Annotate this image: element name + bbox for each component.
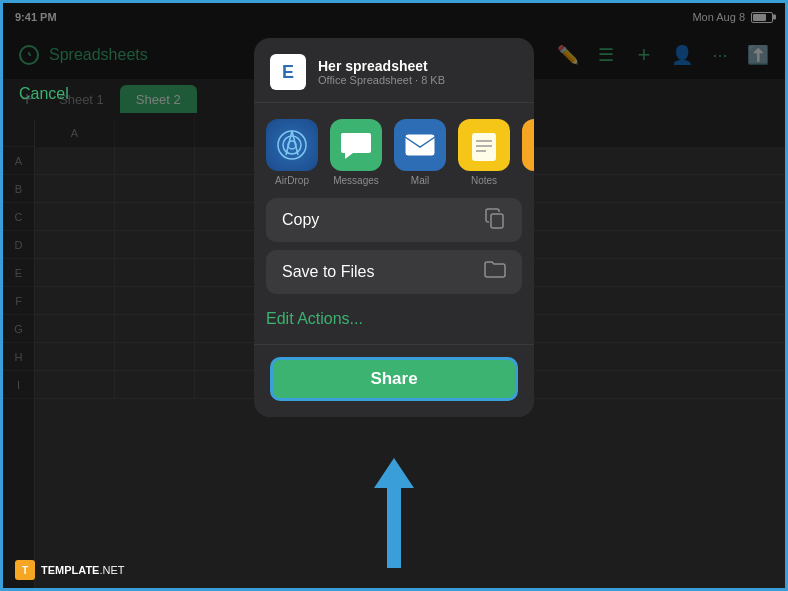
share-btn-label: Share: [370, 369, 417, 389]
app-icons-row: AirDrop Messages Mail: [254, 103, 534, 198]
mail-label: Mail: [411, 175, 429, 186]
mail-icon: [394, 119, 446, 171]
file-info: Her spreadsheet Office Spreadsheet · 8 K…: [318, 58, 445, 86]
copy-button[interactable]: Copy: [266, 198, 522, 242]
app-item-messages[interactable]: Messages: [330, 119, 382, 186]
action-buttons: Copy Save to Files: [254, 198, 534, 294]
share-header: E Her spreadsheet Office Spreadsheet · 8…: [254, 38, 534, 103]
svg-rect-8: [472, 133, 496, 161]
messages-icon: [330, 119, 382, 171]
share-btn-container: Share: [254, 344, 534, 417]
edit-actions-button[interactable]: Edit Actions...: [266, 310, 363, 327]
edit-actions: Edit Actions...: [254, 302, 534, 344]
file-meta: Office Spreadsheet · 8 KB: [318, 74, 445, 86]
airdrop-icon: [266, 119, 318, 171]
copy-label: Copy: [282, 211, 319, 229]
cancel-area: Cancel: [19, 85, 69, 103]
svg-line-5: [286, 131, 292, 155]
arrow-head: [374, 458, 414, 488]
svg-line-6: [292, 131, 298, 155]
save-to-files-label: Save to Files: [282, 263, 374, 281]
copy-icon: [484, 207, 506, 234]
notes-icon: [458, 119, 510, 171]
arrow-annotation: [374, 458, 414, 568]
svg-rect-12: [491, 214, 503, 228]
messages-label: Messages: [333, 175, 379, 186]
svg-point-2: [278, 131, 306, 159]
folder-icon: [484, 261, 506, 284]
share-sheet: E Her spreadsheet Office Spreadsheet · 8…: [254, 38, 534, 417]
more-icon: ⚙: [522, 119, 534, 171]
arrow-shaft: [387, 488, 401, 568]
watermark-logo: T: [15, 560, 35, 580]
notes-label: Notes: [471, 175, 497, 186]
watermark-text: TEMPLATE.NET: [41, 564, 125, 576]
svg-point-3: [283, 136, 301, 154]
file-icon: E: [270, 54, 306, 90]
app-item-mail[interactable]: Mail: [394, 119, 446, 186]
app-item-notes[interactable]: Notes: [458, 119, 510, 186]
cancel-button[interactable]: Cancel: [19, 85, 69, 102]
watermark: T TEMPLATE.NET: [15, 560, 125, 580]
app-item-airdrop[interactable]: AirDrop: [266, 119, 318, 186]
share-button[interactable]: Share: [270, 357, 518, 401]
file-name: Her spreadsheet: [318, 58, 445, 74]
svg-rect-7: [405, 134, 435, 156]
save-to-files-button[interactable]: Save to Files: [266, 250, 522, 294]
app-item-more[interactable]: ⚙ iT...: [522, 119, 534, 186]
airdrop-label: AirDrop: [275, 175, 309, 186]
